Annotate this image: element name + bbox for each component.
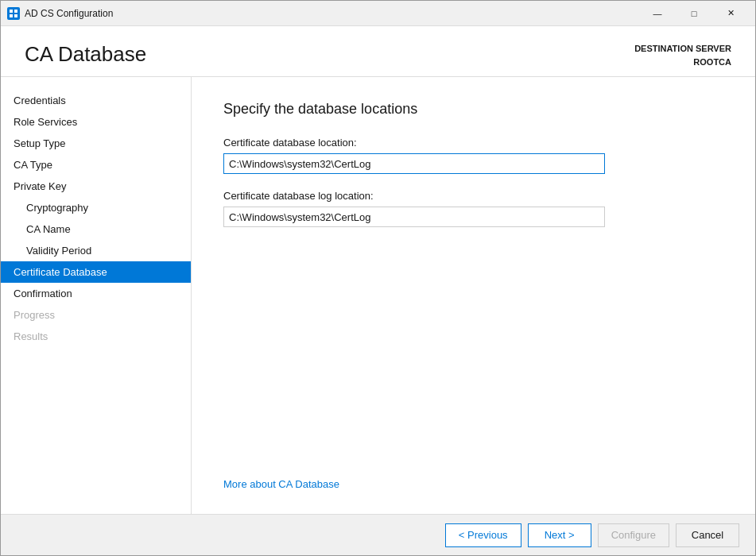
db-location-input[interactable] xyxy=(223,153,605,174)
sidebar-item-certificate-database[interactable]: Certificate Database xyxy=(1,261,191,283)
sidebar-item-setup-type[interactable]: Setup Type xyxy=(1,133,191,154)
page-header: CA Database DESTINATION SERVER ROOTCA xyxy=(1,26,755,77)
footer: < Previous Next > Configure Cancel xyxy=(1,514,755,555)
svg-rect-3 xyxy=(14,14,17,17)
sidebar-item-progress: Progress xyxy=(1,304,191,326)
maximize-button[interactable]: □ xyxy=(676,1,712,26)
db-location-label: Certificate database location: xyxy=(223,137,723,149)
svg-rect-1 xyxy=(14,10,17,13)
title-bar: AD CS Configuration — □ ✕ xyxy=(1,1,755,26)
db-log-label: Certificate database log location: xyxy=(223,190,723,202)
section-title: Specify the database locations xyxy=(223,101,723,118)
destination-label: DESTINATION SERVER xyxy=(634,42,731,56)
svg-rect-2 xyxy=(10,14,13,17)
sidebar-item-cryptography[interactable]: Cryptography xyxy=(1,197,191,218)
cancel-button[interactable]: Cancel xyxy=(676,523,739,547)
close-button[interactable]: ✕ xyxy=(712,1,749,26)
sidebar-item-credentials[interactable]: Credentials xyxy=(1,90,191,111)
db-location-group: Certificate database location: xyxy=(223,137,723,174)
configure-button[interactable]: Configure xyxy=(598,523,669,547)
window-title: AD CS Configuration xyxy=(25,8,639,19)
sidebar-item-results: Results xyxy=(1,326,191,347)
page-title: CA Database xyxy=(25,42,146,67)
minimize-button[interactable]: — xyxy=(639,1,676,26)
sidebar-item-private-key[interactable]: Private Key xyxy=(1,176,191,197)
destination-value: ROOTCA xyxy=(634,56,731,69)
more-link[interactable]: More about CA Database xyxy=(223,462,723,490)
sidebar-item-role-services[interactable]: Role Services xyxy=(1,111,191,133)
previous-button[interactable]: < Previous xyxy=(445,523,521,547)
main-content: Specify the database locations Certifica… xyxy=(192,77,755,514)
app-window: AD CS Configuration — □ ✕ CA Database DE… xyxy=(0,0,756,556)
sidebar-item-ca-name[interactable]: CA Name xyxy=(1,218,191,240)
db-log-group: Certificate database log location: xyxy=(223,190,723,227)
sidebar: Credentials Role Services Setup Type CA … xyxy=(1,77,192,514)
destination-info: DESTINATION SERVER ROOTCA xyxy=(634,42,731,68)
db-log-input[interactable] xyxy=(223,207,605,227)
sidebar-item-ca-type[interactable]: CA Type xyxy=(1,154,191,176)
window-controls: — □ ✕ xyxy=(639,1,749,26)
next-button[interactable]: Next > xyxy=(528,523,591,547)
sidebar-item-confirmation[interactable]: Confirmation xyxy=(1,283,191,304)
app-icon xyxy=(7,7,20,20)
sidebar-item-validity-period[interactable]: Validity Period xyxy=(1,240,191,261)
svg-rect-0 xyxy=(10,10,13,13)
main-layout: Credentials Role Services Setup Type CA … xyxy=(1,77,755,514)
